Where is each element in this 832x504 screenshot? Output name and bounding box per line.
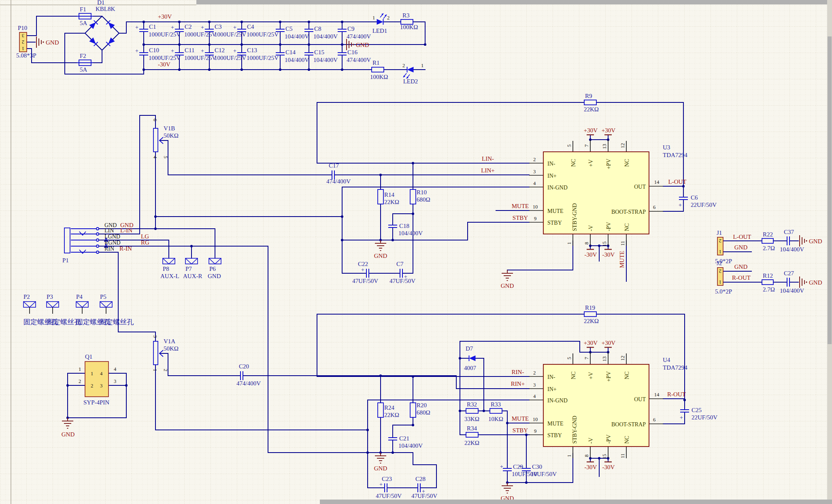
- u4-value: TDA7294: [663, 364, 687, 371]
- schematic-canvas[interactable]: P10 5.08*3P 3 2 1 GND F1 5A F2 5A D1 KBL…: [0, 0, 832, 504]
- q1-in2: 2: [91, 383, 93, 389]
- p10-pin3: 3: [22, 33, 24, 38]
- d7-value: 4007: [464, 365, 477, 371]
- u3-pin7: 7: [584, 145, 589, 147]
- u4-pin7: 7: [584, 357, 589, 359]
- c27-ref: C27: [784, 270, 794, 276]
- u4-p30-1: +30V: [584, 340, 598, 346]
- q1-in1: 1: [91, 371, 93, 376]
- c3-ref: C3: [215, 23, 222, 30]
- led1-pin1: 1: [372, 15, 375, 21]
- c23-value: 47UF/50V: [376, 493, 402, 499]
- c15-ref: C15: [314, 49, 324, 55]
- net-lg: LG: [141, 233, 149, 240]
- j1-pin2: 2: [719, 238, 721, 244]
- u3-name-stby-gnd: STBY-GND: [572, 203, 578, 231]
- c5-ref: C5: [285, 26, 293, 32]
- net-rg: RG: [141, 239, 149, 246]
- scrollbar-top[interactable]: [196, 0, 832, 4]
- u4-pin5: 5: [566, 357, 572, 359]
- u3-pin6: 6: [653, 204, 655, 210]
- u3-pin11: 11: [620, 241, 626, 246]
- u3-name-mute: MUTE: [547, 208, 564, 214]
- scrollbar-right-thumb[interactable]: [828, 36, 832, 344]
- u3-name-out: OUT: [634, 184, 646, 190]
- u3-pin5: 5: [566, 145, 572, 147]
- u3-name-in-gnd: IN-GND: [547, 185, 568, 191]
- c16-value: 474/400V: [347, 57, 371, 63]
- u3-name-nc11: NC: [624, 223, 630, 231]
- v1a-pin1: 1: [152, 369, 158, 371]
- p7-ref: P7: [185, 266, 192, 272]
- u4-pin15: 15: [602, 454, 607, 459]
- u3-pin13: 13: [602, 144, 607, 149]
- c30-ref: C30: [532, 464, 542, 470]
- p8-value: AUX-L: [160, 273, 179, 279]
- q1-pin2: 2: [79, 379, 81, 384]
- c15-value: 104/400V: [313, 57, 338, 63]
- u3-pin10: 10: [533, 204, 538, 210]
- c17-ref: C17: [329, 162, 339, 169]
- led2-pin2: 2: [402, 63, 405, 68]
- u4-pin11: 11: [620, 453, 626, 458]
- u3-n30-2: -30V: [602, 251, 615, 258]
- c9-ref: C9: [347, 26, 355, 32]
- d1-ref: D1: [97, 0, 104, 6]
- q1-gnd-label: GND: [62, 431, 75, 438]
- j1-ref: J1: [717, 230, 722, 236]
- d1-value: KBL8K: [96, 6, 115, 12]
- u3-name-ppv: +PV: [606, 159, 612, 169]
- c11-value: 1000UF/25V: [184, 55, 216, 61]
- scrollbar-bottom[interactable]: [320, 500, 832, 504]
- j2-gnd-label: GND: [809, 279, 822, 286]
- u4-name-mute: MUTE: [547, 421, 564, 427]
- u4-name-stby-gnd: STBY-GND: [572, 416, 578, 444]
- p2-ref: P2: [23, 293, 30, 300]
- p5-ref: P5: [100, 293, 106, 300]
- r14-value: 22KΩ: [384, 199, 399, 205]
- c21-ref: C21: [399, 435, 409, 442]
- schematic-sheet[interactable]: P10 5.08*3P 3 2 1 GND F1 5A F2 5A D1 KBL…: [0, 0, 832, 504]
- c10-ref: C10: [149, 47, 159, 53]
- p10-ref: P10: [18, 25, 27, 31]
- u3-value: TDA7294: [663, 152, 687, 158]
- c8-value: 104/400V: [313, 33, 338, 40]
- net-r-out-j2: R-OUT: [732, 274, 751, 281]
- v1a-pin2: 2: [163, 369, 168, 371]
- q1-pin4: 4: [114, 366, 117, 372]
- net-r-in: R-IN: [119, 245, 132, 252]
- u4-pin1: 1: [566, 455, 572, 457]
- c12-ref: C12: [215, 47, 225, 53]
- c30-plus: +: [519, 464, 522, 470]
- j2-pin1: 1: [719, 279, 721, 285]
- q1-pin1: 1: [79, 366, 81, 372]
- c13-ref: C13: [247, 47, 257, 53]
- led1-ref: LED1: [372, 28, 387, 34]
- u4-pin12: 12: [620, 356, 626, 361]
- u3-name-boot: BOOT-STRAP: [611, 209, 646, 215]
- c4-value: 1000UF/25V: [247, 31, 279, 38]
- u3-name-pv: +V: [588, 159, 594, 167]
- midrail-gnd-label: GND: [356, 42, 369, 48]
- c5-value: 104/400V: [285, 33, 309, 40]
- u4-name-nc12: NC: [624, 372, 630, 379]
- net-mute-vertical: MUTE: [619, 251, 625, 268]
- u3-ref: U3: [663, 144, 670, 151]
- j1-pin1: 1: [719, 249, 721, 255]
- r1-value: 100KΩ: [370, 74, 388, 80]
- c10-plus: +: [135, 48, 138, 54]
- net-lin-minus: LIN-: [482, 155, 494, 162]
- u3-name-nv: -V: [588, 225, 594, 231]
- c22-value: 47UF/50V: [352, 278, 378, 284]
- q1-ref: Q1: [85, 353, 92, 360]
- r10-value: 680Ω: [417, 196, 430, 203]
- c8-ref: C8: [314, 26, 321, 32]
- led2-ref: LED2: [403, 78, 418, 85]
- u4-n30-2: -30V: [602, 464, 615, 470]
- p1-pin-lgnd: LGND: [104, 234, 120, 240]
- j2-ref: J2: [717, 260, 722, 266]
- c9-value: 474/400V: [347, 33, 371, 40]
- r1-ref: R1: [372, 60, 380, 66]
- u4-pin6: 6: [653, 417, 655, 423]
- r32-ref: R32: [467, 401, 477, 408]
